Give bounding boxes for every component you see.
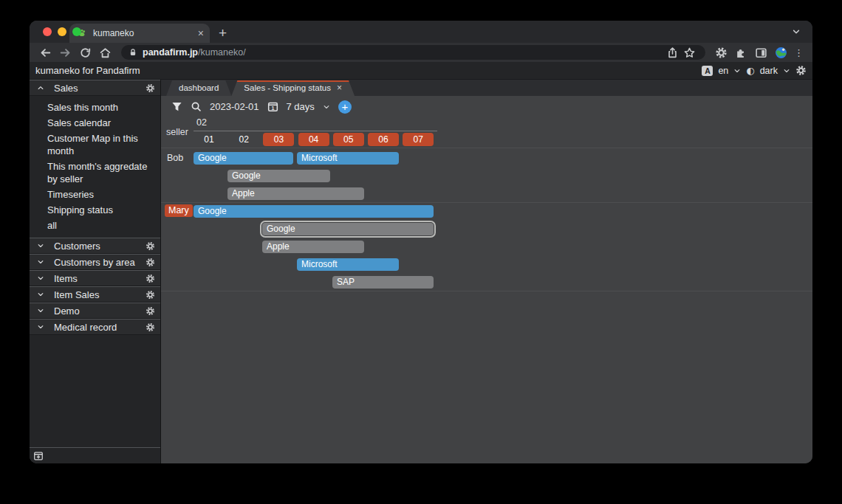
axis-label: seller: [166, 127, 188, 137]
chevron-down-icon[interactable]: [783, 67, 790, 75]
browser-toolbar: pandafirm.jp/kumaneko/ ⋮: [30, 43, 812, 62]
day-cell[interactable]: 02: [228, 133, 259, 146]
day-cell[interactable]: 06: [368, 133, 399, 146]
calendar-icon[interactable]: [267, 101, 278, 112]
gantt-bar[interactable]: Apple: [262, 241, 364, 253]
tab-dashboard[interactable]: dashboard: [166, 80, 231, 96]
gantt-bar[interactable]: Microsoft: [297, 258, 399, 271]
browser-window: kumaneko × + pandafirm.jp/kumaneko/ ⋮ ku…: [30, 21, 812, 463]
tab-sales-shipping-status[interactable]: Sales - Shipping status×: [231, 80, 355, 96]
gantt-group: MaryGoogleGoogleAppleMicrosoftSAP: [161, 202, 812, 291]
window-controls: [43, 27, 81, 36]
tab-search-chevron-icon[interactable]: [792, 27, 801, 36]
sidebar-item[interactable]: This month's aggredate by seller: [30, 159, 160, 187]
language-icon: A: [702, 66, 713, 76]
sidebar-item[interactable]: all: [30, 218, 160, 233]
add-button[interactable]: +: [338, 100, 352, 114]
sidebar-group-label: Demo: [54, 305, 146, 317]
days-row: 01020304050607: [194, 131, 812, 148]
add-dashboard-icon[interactable]: [33, 451, 44, 461]
settings-gear-icon[interactable]: [795, 65, 807, 76]
browser-menu-icon[interactable]: ⋮: [793, 47, 805, 58]
forward-icon[interactable]: [57, 46, 74, 59]
sidebar-group-sales[interactable]: Sales: [30, 80, 160, 96]
gantt-chart: seller 02 01020304050607 BobGoogleMicros…: [161, 117, 812, 463]
chevron-down-icon: [37, 242, 44, 249]
search-icon[interactable]: [191, 101, 202, 112]
sidebar-item[interactable]: Shipping status: [30, 202, 160, 218]
day-cell[interactable]: 01: [194, 133, 225, 146]
extension-gear-icon[interactable]: [713, 46, 730, 59]
language-select[interactable]: en: [718, 66, 728, 76]
day-cell[interactable]: 04: [298, 133, 329, 146]
gear-icon[interactable]: [146, 322, 155, 332]
home-icon[interactable]: [97, 46, 114, 59]
gantt-bar[interactable]: Apple: [227, 187, 364, 200]
day-cell[interactable]: 03: [263, 133, 294, 146]
share-icon[interactable]: [664, 46, 681, 59]
url-path: /kumaneko/: [198, 47, 246, 58]
gantt-group: BobGoogleMicrosoftGoogleApple: [161, 148, 812, 202]
address-bar[interactable]: pandafirm.jp/kumaneko/: [121, 45, 705, 60]
sidebar-item[interactable]: Customer Map in this month: [30, 131, 160, 159]
chevron-down-icon[interactable]: [733, 67, 741, 75]
lock-icon: [129, 48, 137, 57]
sidebar-item[interactable]: Sales this month: [30, 100, 160, 115]
close-tab-icon[interactable]: ×: [337, 83, 342, 93]
sidebar-group[interactable]: Demo: [30, 303, 160, 319]
page-tab-bar: dashboard Sales - Shipping status×: [161, 80, 812, 96]
date-field[interactable]: 2023-02-01: [210, 101, 259, 112]
theme-select[interactable]: dark: [760, 66, 778, 76]
sidebar-group[interactable]: Customers by area: [30, 254, 160, 270]
month-label: 02: [194, 117, 207, 128]
browser-tab[interactable]: kumaneko ×: [69, 24, 210, 43]
browser-tab-title: kumaneko: [93, 28, 198, 38]
gantt-bar[interactable]: SAP: [332, 276, 434, 289]
app-title: kumaneko for Pandafirm: [35, 65, 140, 76]
profile-avatar[interactable]: [775, 46, 787, 59]
sidebar-group-label: Customers: [54, 241, 146, 252]
sidebar-item[interactable]: Timeseries: [30, 187, 160, 202]
day-cell[interactable]: 07: [403, 133, 434, 146]
gantt-bar[interactable]: Google: [262, 223, 434, 235]
filter-funnel-icon[interactable]: [171, 101, 182, 112]
chevron-down-icon[interactable]: [323, 103, 330, 111]
gantt-bar[interactable]: Microsoft: [297, 152, 399, 165]
close-window-button[interactable]: [43, 27, 52, 36]
gear-icon[interactable]: [146, 258, 155, 267]
seller-label: Bob: [167, 152, 183, 165]
browser-tab-strip: kumaneko × +: [30, 21, 812, 43]
extensions-puzzle-icon[interactable]: [733, 46, 750, 59]
sidebar-groups-collapsed: Customers Customers by area Items Item S…: [30, 238, 160, 335]
sidebar-group[interactable]: Customers: [30, 238, 160, 254]
app-header: kumaneko for Pandafirm A en ◐ dark: [30, 62, 812, 80]
range-select[interactable]: 7 days: [287, 101, 315, 112]
gantt-bar[interactable]: Google: [227, 170, 330, 182]
tab-label: Sales - Shipping status: [244, 83, 331, 92]
main-content: dashboard Sales - Shipping status× 2023-…: [161, 80, 812, 463]
gear-icon[interactable]: [146, 290, 155, 300]
close-tab-icon[interactable]: ×: [198, 28, 204, 38]
maximize-window-button[interactable]: [72, 27, 81, 36]
gear-icon[interactable]: [146, 306, 155, 316]
sidebar-group[interactable]: Item Sales: [30, 286, 160, 303]
gantt-bar[interactable]: Google: [194, 205, 434, 218]
gear-icon[interactable]: [146, 83, 155, 93]
sidebar-group[interactable]: Items: [30, 270, 160, 286]
reload-icon[interactable]: [77, 46, 94, 59]
sidebar-group-label: Customers by area: [54, 257, 146, 268]
bookmark-star-icon[interactable]: [681, 46, 698, 59]
new-tab-button[interactable]: +: [219, 26, 227, 40]
day-cell[interactable]: 05: [333, 133, 364, 146]
sidebar-group-label: Items: [54, 273, 146, 284]
chevron-up-icon: [37, 84, 44, 92]
minimize-window-button[interactable]: [58, 27, 66, 36]
side-panel-icon[interactable]: [753, 46, 770, 59]
sidebar-group[interactable]: Medical record: [30, 319, 160, 335]
gear-icon[interactable]: [146, 274, 155, 283]
gantt-bar[interactable]: Google: [194, 152, 293, 165]
sidebar-children: Sales this monthSales calendarCustomer M…: [30, 96, 160, 238]
gear-icon[interactable]: [146, 241, 155, 251]
sidebar-item[interactable]: Sales calendar: [30, 115, 160, 131]
back-icon[interactable]: [37, 46, 54, 59]
